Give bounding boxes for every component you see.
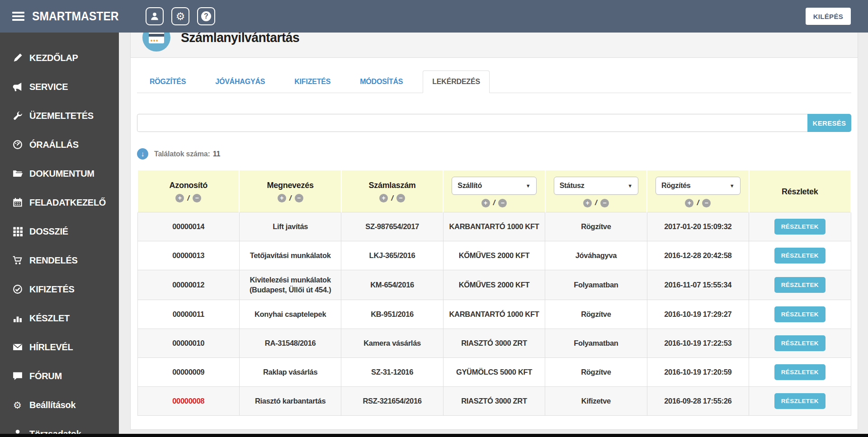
- cell-azonosito: 00000014: [137, 212, 239, 241]
- sort-asc-button[interactable]: +: [175, 194, 184, 202]
- collapse-down-arrow-icon[interactable]: ↓: [137, 148, 148, 160]
- details-button[interactable]: RÉSZLETEK: [774, 306, 826, 322]
- sidebar-item-label: FÓRUM: [29, 371, 62, 381]
- sidebar-item-keszlet[interactable]: KÉSZLET: [0, 304, 119, 333]
- tab-jovahagyas[interactable]: JÓVÁHAGYÁS: [206, 70, 274, 93]
- tab-lekerdezes[interactable]: LEKÉRDEZÉS: [423, 70, 490, 93]
- sidebar-item-kifizetes[interactable]: KIFIZETÉS: [0, 275, 119, 304]
- sidebar-item-label: KIFIZETÉS: [29, 284, 75, 295]
- sort-asc-button[interactable]: +: [379, 194, 388, 202]
- cell-szallito: KŐMŰVES 2000 KFT: [443, 270, 545, 300]
- cart-icon: [12, 255, 23, 266]
- supplier-filter-dropdown[interactable]: Szállító ▼: [452, 177, 536, 195]
- chevron-down-icon: ▼: [730, 183, 735, 188]
- sidebar-item-oraallas[interactable]: ÓRAÁLLÁS: [0, 130, 119, 159]
- cell-rogzites: 2016-10-19 17:22:53: [647, 329, 749, 357]
- details-button[interactable]: RÉSZLETEK: [774, 219, 826, 235]
- cell-statusz: Rögzítve: [545, 357, 647, 386]
- cell-szamlaszam: KB-951/2016: [341, 300, 443, 329]
- tab-modositas[interactable]: MÓDOSÍTÁS: [350, 70, 412, 93]
- sidebar-item-beallitasok[interactable]: ⚙ Beállítások: [0, 390, 119, 419]
- results-count: 11: [213, 150, 221, 158]
- sort-asc-button[interactable]: +: [278, 194, 286, 202]
- sort-asc-button[interactable]: +: [481, 199, 490, 207]
- cell-rogzites: 2016-10-19 17:20:59: [647, 357, 749, 386]
- sidebar-item-feladatkezelo[interactable]: FELADATKEZELŐ: [0, 188, 119, 217]
- table-row: 00000011 Konyhai csaptelepek KB-951/2016…: [137, 300, 851, 329]
- cell-megnevezes: Tetőjavítási munkálatok: [239, 241, 341, 270]
- help-icon-button[interactable]: ?: [197, 7, 215, 25]
- cell-megnevezes: RA-31548/2016: [239, 329, 341, 357]
- sidebar-item-label: RENDELÉS: [29, 255, 78, 266]
- sidebar-item-uzemeltetes[interactable]: ÜZEMELTETÉS: [0, 101, 119, 130]
- topbar-icon-group: ⚙ ?: [146, 7, 215, 25]
- cell-statusz: Kifizetve: [545, 386, 647, 415]
- cell-reszletek: RÉSZLETEK: [749, 241, 851, 270]
- details-button[interactable]: RÉSZLETEK: [774, 277, 826, 293]
- table-row: 00000013 Tetőjavítási munkálatok LKJ-365…: [137, 241, 851, 270]
- cell-szamlaszam: LKJ-365/2016: [341, 241, 443, 270]
- cell-szamlaszam: RSZ-321654/2016: [341, 386, 443, 415]
- user-icon: [150, 12, 159, 21]
- chevron-down-icon: ▼: [526, 183, 531, 188]
- details-button[interactable]: RÉSZLETEK: [774, 393, 826, 409]
- search-bar: KERESÉS: [137, 114, 851, 132]
- cell-rogzites: 2016-12-28 20:42:58: [647, 241, 749, 270]
- cell-szamlaszam: Kamera vásárlás: [341, 329, 443, 357]
- sort-desc-button[interactable]: −: [193, 194, 201, 202]
- sidebar-item-service[interactable]: SERVICE: [0, 72, 119, 101]
- tab-rogzites[interactable]: RÖGZÍTÉS: [140, 70, 195, 93]
- sidebar-item-hirlevel[interactable]: HÍRLEVÉL: [0, 333, 119, 362]
- sidebar-item-dosszie[interactable]: DOSSZIÉ: [0, 217, 119, 246]
- sort-desc-button[interactable]: −: [295, 194, 303, 202]
- tab-kifizetes[interactable]: KIFIZETÉS: [285, 70, 340, 93]
- invoice-table: Azonosító + / − Megnevezés + /: [137, 169, 851, 416]
- cell-statusz: Rögzítve: [545, 212, 647, 241]
- search-input[interactable]: [137, 114, 807, 132]
- sidebar-item-kezdolap[interactable]: KEZDŐLAP: [0, 43, 119, 72]
- sort-desc-button[interactable]: −: [600, 199, 609, 207]
- cell-szallito: GYÜMÖLCS 5000 KFT: [443, 357, 545, 386]
- user-icon-button[interactable]: [146, 7, 164, 25]
- cell-statusz: Jóváhagyva: [545, 241, 647, 270]
- cell-azonosito: 00000011: [137, 300, 239, 329]
- app-brand: SMARTMASTER: [32, 9, 119, 23]
- recorded-filter-dropdown[interactable]: Rögzítés ▼: [656, 177, 740, 195]
- sidebar-item-dokumentum[interactable]: DOKUMENTUM: [0, 159, 119, 188]
- wrench-icon: [12, 111, 23, 121]
- cell-azonosito: 00000013: [137, 241, 239, 270]
- cell-megnevezes: Raklap vásárlás: [239, 357, 341, 386]
- sort-desc-button[interactable]: −: [702, 199, 711, 207]
- sidebar-item-label: KÉSZLET: [29, 313, 70, 324]
- top-header: SMARTMASTER ⚙ ? KILÉPÉS: [0, 0, 868, 33]
- details-button[interactable]: RÉSZLETEK: [774, 248, 826, 263]
- table-row: 00000009 Raklap vásárlás SZ-31-12016 GYÜ…: [137, 357, 851, 386]
- results-label: Találatok száma:: [154, 150, 210, 158]
- sort-desc-button[interactable]: −: [498, 199, 507, 207]
- sidebar-item-label: FELADATKEZELŐ: [29, 197, 106, 208]
- status-filter-dropdown[interactable]: Státusz ▼: [554, 177, 638, 195]
- settings-icon-button[interactable]: ⚙: [171, 7, 189, 25]
- menu-icon[interactable]: [12, 10, 24, 23]
- logout-button[interactable]: KILÉPÉS: [806, 8, 851, 25]
- edit-icon: [12, 53, 23, 63]
- cell-statusz: Folyamatban: [545, 329, 647, 357]
- sort-asc-button[interactable]: +: [583, 199, 592, 207]
- column-header-szamlaszam: Számlaszám + / −: [341, 170, 443, 212]
- table-row: 00000010 RA-31548/2016 Kamera vásárlás R…: [137, 329, 851, 357]
- sidebar-item-label: SERVICE: [29, 82, 68, 92]
- search-button[interactable]: KERESÉS: [807, 114, 851, 132]
- sort-asc-button[interactable]: +: [685, 199, 693, 207]
- cell-rogzites: 2017-01-20 15:09:32: [647, 212, 749, 241]
- cell-szallito: KARBANTARTÓ 1000 KFT: [443, 300, 545, 329]
- invoice-panel: Számlanyilvántartás RÖGZÍTÉS JÓVÁHAGYÁS …: [130, 17, 858, 430]
- cell-rogzites: 2016-09-28 17:55:26: [647, 386, 749, 415]
- sidebar-item-rendeles[interactable]: RENDELÉS: [0, 246, 119, 275]
- column-header-reszletek: Részletek: [749, 170, 851, 212]
- sort-desc-button[interactable]: −: [396, 194, 405, 202]
- folder-icon: [12, 169, 23, 179]
- details-button[interactable]: RÉSZLETEK: [774, 335, 826, 351]
- column-header-azonosito: Azonosító + / −: [137, 170, 239, 212]
- sidebar-item-forum[interactable]: FÓRUM: [0, 362, 119, 390]
- details-button[interactable]: RÉSZLETEK: [774, 364, 826, 380]
